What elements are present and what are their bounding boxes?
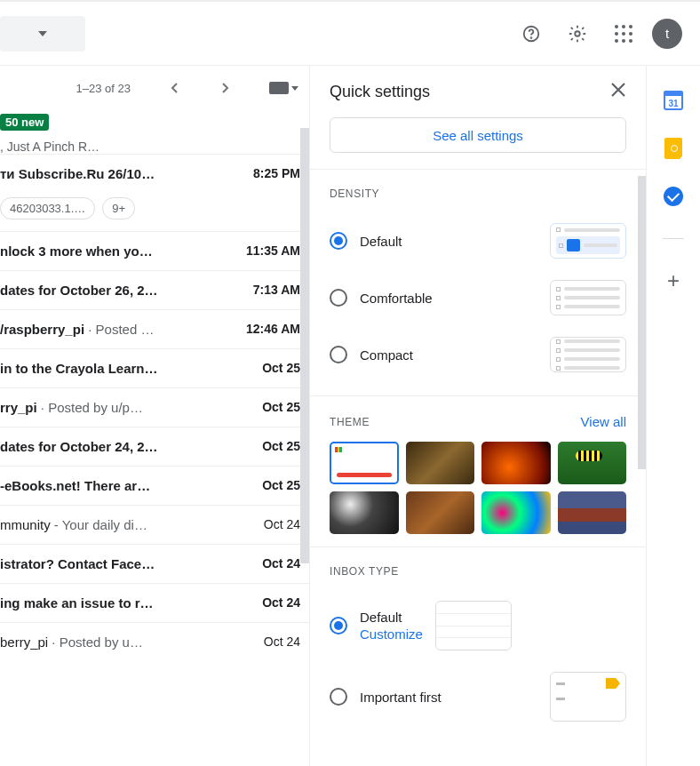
keep-app-button[interactable] [664, 139, 683, 158]
density-comfortable-option[interactable]: Comfortable [330, 269, 626, 326]
theme-tile-3[interactable] [558, 442, 627, 484]
mail-subject: nlock 3 more when yo… [0, 243, 237, 259]
close-icon [610, 82, 626, 98]
mail-time: Oct 25 [262, 361, 300, 375]
mail-row[interactable]: mmunity - Your daily di…Oct 24 [0, 505, 309, 544]
mail-column: 1–23 of 23 50 new , Just A Pinch R… ти S… [0, 66, 310, 766]
theme-label: THEME [330, 416, 370, 428]
radio-icon [330, 346, 347, 363]
mail-row[interactable]: dates for October 26, 2…7:13 AM [0, 270, 309, 309]
chevron-down-icon [291, 86, 298, 91]
theme-section: THEME View all [310, 395, 646, 547]
pager-text: 1–23 of 23 [76, 82, 131, 95]
important-marker-icon [606, 678, 620, 689]
inbox-option-label: Important first [360, 690, 537, 705]
prev-page-button[interactable] [161, 74, 189, 102]
help-icon [521, 24, 541, 44]
calendar-icon: 31 [664, 91, 683, 110]
search-options-dropdown[interactable] [0, 16, 85, 52]
mail-time: 11:35 AM [246, 243, 300, 258]
quick-settings-panel: Quick settings See all settings DENSITY … [310, 66, 647, 766]
theme-tile-4[interactable] [330, 491, 399, 534]
account-avatar[interactable]: t [652, 19, 682, 49]
close-button[interactable] [610, 82, 626, 101]
inbox-type-label: INBOX TYPE [330, 565, 399, 578]
divider [663, 238, 684, 239]
mail-time: 12:46 AM [246, 322, 300, 336]
mail-subject: berry_pi · Posted by u… [0, 634, 255, 650]
inbox-option-label: Default [360, 610, 423, 625]
mail-row[interactable]: dates for October 24, 2…Oct 25 [0, 427, 309, 466]
keyboard-icon [269, 82, 289, 94]
mail-row[interactable]: nlock 3 more when yo…11:35 AM [0, 231, 309, 270]
scrollbar[interactable] [300, 128, 309, 563]
mail-row[interactable]: ing make an issue to r…Oct 24 [0, 583, 309, 622]
promo-row[interactable]: 50 new , Just A Pinch R… [0, 110, 309, 154]
mail-list: ти Subscribe.Ru 26/10…8:25 PM46203033.1.… [0, 154, 309, 661]
inbox-preview-important [550, 672, 626, 722]
inbox-default-option[interactable]: Default Customize [330, 590, 626, 661]
apps-button[interactable] [606, 16, 641, 52]
mail-row[interactable]: in to the Crayola Learn…Oct 25 [0, 348, 309, 387]
theme-tile-5[interactable] [406, 491, 475, 534]
calendar-app-button[interactable]: 31 [664, 91, 683, 110]
mail-subject: -eBooks.net! There ar… [0, 478, 253, 493]
mail-row[interactable]: istrator? Contact Face…Oct 24 [0, 544, 309, 583]
mail-subject: in to the Crayola Learn… [0, 361, 253, 376]
density-option-label: Comfortable [360, 291, 537, 306]
mail-row[interactable]: /raspberry_pi · Posted …12:46 AM [0, 309, 309, 348]
theme-tile-default[interactable] [330, 442, 399, 484]
inbox-important-option[interactable]: Important first [330, 661, 626, 732]
list-toolbar: 1–23 of 23 [0, 66, 309, 110]
mail-time: 7:13 AM [253, 283, 300, 297]
next-page-button[interactable] [211, 74, 239, 102]
mail-time: Oct 24 [262, 556, 300, 571]
mail-subject: rry_pi · Posted by u/p… [0, 400, 253, 415]
theme-tile-6[interactable] [481, 491, 551, 534]
mail-row[interactable]: ти Subscribe.Ru 26/10…8:25 PM46203033.1.… [0, 154, 309, 231]
side-panel: 31 + [647, 66, 700, 766]
inbox-customize-link[interactable]: Customize [360, 626, 423, 642]
mail-subject: ing make an issue to r… [0, 595, 253, 610]
scrollbar[interactable] [638, 176, 646, 469]
density-section: DENSITY Default Comfortable [310, 169, 646, 395]
support-button[interactable] [513, 16, 549, 52]
mail-time: Oct 25 [262, 478, 300, 492]
mail-chip[interactable]: 46203033.1.… [0, 197, 95, 219]
see-all-settings-button[interactable]: See all settings [330, 117, 626, 153]
mail-row[interactable]: rry_pi · Posted by u/p…Oct 25 [0, 387, 309, 427]
mail-row[interactable]: -eBooks.net! There ar…Oct 25 [0, 466, 309, 505]
input-tools-button[interactable] [269, 82, 298, 94]
density-option-label: Compact [360, 347, 537, 363]
gear-icon [568, 24, 587, 44]
settings-button[interactable] [560, 16, 595, 52]
theme-view-all-link[interactable]: View all [581, 414, 626, 429]
density-default-option[interactable]: Default [330, 212, 626, 269]
mail-time: 8:25 PM [253, 166, 300, 181]
new-badge: 50 new [0, 114, 49, 131]
density-preview-default [550, 223, 626, 259]
mail-subject: dates for October 24, 2… [0, 439, 253, 454]
svg-point-2 [575, 31, 580, 36]
mail-time: Oct 24 [264, 634, 300, 649]
mail-row[interactable]: berry_pi · Posted by u…Oct 24 [0, 622, 309, 661]
mail-time: Oct 24 [262, 595, 300, 610]
tasks-app-button[interactable] [664, 187, 683, 206]
density-preview-compact [550, 337, 626, 372]
theme-tile-2[interactable] [481, 442, 551, 484]
radio-icon [330, 289, 347, 307]
tasks-icon [664, 187, 683, 206]
theme-tile-7[interactable] [558, 491, 627, 534]
density-compact-option[interactable]: Compact [330, 326, 626, 383]
theme-tile-1[interactable] [406, 442, 475, 484]
mail-subject: ти Subscribe.Ru 26/10… [0, 166, 253, 181]
settings-title: Quick settings [330, 83, 430, 101]
inbox-preview-default [435, 601, 512, 650]
plus-icon: + [667, 268, 680, 293]
promo-subtitle: , Just A Pinch R… [0, 140, 309, 154]
header-bar: t [0, 0, 700, 66]
get-addons-button[interactable]: + [664, 271, 683, 291]
radio-icon [330, 617, 347, 634]
mail-time: Oct 25 [262, 400, 300, 414]
mail-chip[interactable]: 9+ [102, 197, 135, 219]
